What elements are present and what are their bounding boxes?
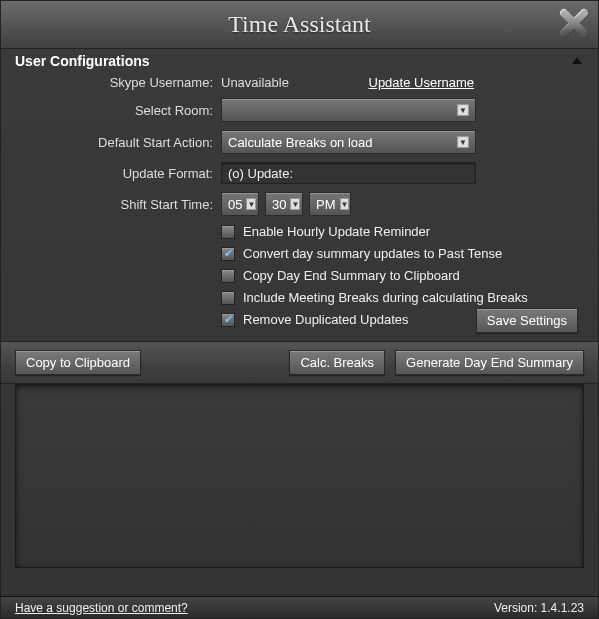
suggestion-link[interactable]: Have a suggestion or comment? <box>15 601 188 615</box>
checkbox-remove-dup[interactable]: ✔ <box>221 313 235 327</box>
select-shift-ampm[interactable]: PM ▼ <box>309 192 351 216</box>
label-update-format: Update Format: <box>15 166 221 181</box>
select-shift-hour[interactable]: 05 ▼ <box>221 192 259 216</box>
row-update-format: Update Format: (o) Update: <box>15 162 584 184</box>
close-button[interactable] <box>556 5 592 41</box>
main-window: Time Assistant User Configurations <box>0 0 599 619</box>
label-default-action: Default Start Action: <box>15 135 221 150</box>
chevron-down-icon: ▼ <box>457 104 469 116</box>
collapse-button[interactable] <box>570 54 584 68</box>
row-default-action: Default Start Action: Calculate Breaks o… <box>15 130 584 154</box>
checkbox-copy-day-end-label: Copy Day End Summary to Clipboard <box>243 268 460 283</box>
row-room: Select Room: ▼ <box>15 98 584 122</box>
close-icon <box>556 5 592 41</box>
titlebar: Time Assistant <box>1 1 598 49</box>
checkbox-hourly[interactable] <box>221 225 235 239</box>
select-default-action-value: Calculate Breaks on load <box>228 135 373 150</box>
chevron-down-icon: ▼ <box>246 198 256 210</box>
update-format-input[interactable]: (o) Update: <box>221 162 476 184</box>
window-title: Time Assistant <box>228 11 371 38</box>
footer: Have a suggestion or comment? Version: 1… <box>1 596 598 618</box>
section-title: User Configurations <box>15 53 150 69</box>
skype-username-value: Unavailable <box>221 75 289 90</box>
check-row-include-meeting: Include Meeting Breaks during calculatin… <box>221 290 584 305</box>
label-room: Select Room: <box>15 103 221 118</box>
checkbox-remove-dup-label: Remove Duplicated Updates <box>243 312 408 327</box>
select-default-action[interactable]: Calculate Breaks on load ▼ <box>221 130 476 154</box>
checkbox-copy-day-end[interactable] <box>221 269 235 283</box>
checkbox-include-meeting[interactable] <box>221 291 235 305</box>
checkbox-include-meeting-label: Include Meeting Breaks during calculatin… <box>243 290 528 305</box>
version-label: Version: 1.4.1.23 <box>494 601 584 615</box>
check-row-copy-day-end: Copy Day End Summary to Clipboard <box>221 268 584 283</box>
output-textarea[interactable] <box>15 384 584 568</box>
update-username-link[interactable]: Update Username <box>369 75 475 90</box>
action-bar: Copy to Clipboard Calc. Breaks Generate … <box>1 341 598 384</box>
row-skype: Skype Username: Unavailable Update Usern… <box>15 75 584 90</box>
calc-breaks-button[interactable]: Calc. Breaks <box>289 350 385 375</box>
chevron-down-icon: ▼ <box>457 136 469 148</box>
shift-ampm-value: PM <box>316 197 336 212</box>
shift-hour-value: 05 <box>228 197 242 212</box>
check-row-hourly: Enable Hourly Update Reminder <box>221 224 584 239</box>
checkbox-hourly-label: Enable Hourly Update Reminder <box>243 224 430 239</box>
update-format-value: (o) Update: <box>228 166 293 181</box>
save-settings-button[interactable]: Save Settings <box>476 308 578 333</box>
section-header: User Configurations <box>1 49 598 71</box>
select-shift-minute[interactable]: 30 ▼ <box>265 192 303 216</box>
label-shift-start: Shift Start Time: <box>15 197 221 212</box>
label-skype: Skype Username: <box>15 75 221 90</box>
check-row-past-tense: ✔ Convert day summary updates to Past Te… <box>221 246 584 261</box>
shift-minute-value: 30 <box>272 197 286 212</box>
chevron-down-icon: ▼ <box>290 198 300 210</box>
checkbox-past-tense[interactable]: ✔ <box>221 247 235 261</box>
select-room[interactable]: ▼ <box>221 98 476 122</box>
checkbox-past-tense-label: Convert day summary updates to Past Tens… <box>243 246 502 261</box>
chevron-down-icon: ▼ <box>340 198 350 210</box>
row-shift-start: Shift Start Time: 05 ▼ 30 ▼ PM ▼ <box>15 192 584 216</box>
config-panel: Skype Username: Unavailable Update Usern… <box>1 71 598 341</box>
copy-clipboard-button[interactable]: Copy to Clipboard <box>15 350 141 375</box>
generate-summary-button[interactable]: Generate Day End Summary <box>395 350 584 375</box>
arrow-up-icon <box>570 54 584 68</box>
